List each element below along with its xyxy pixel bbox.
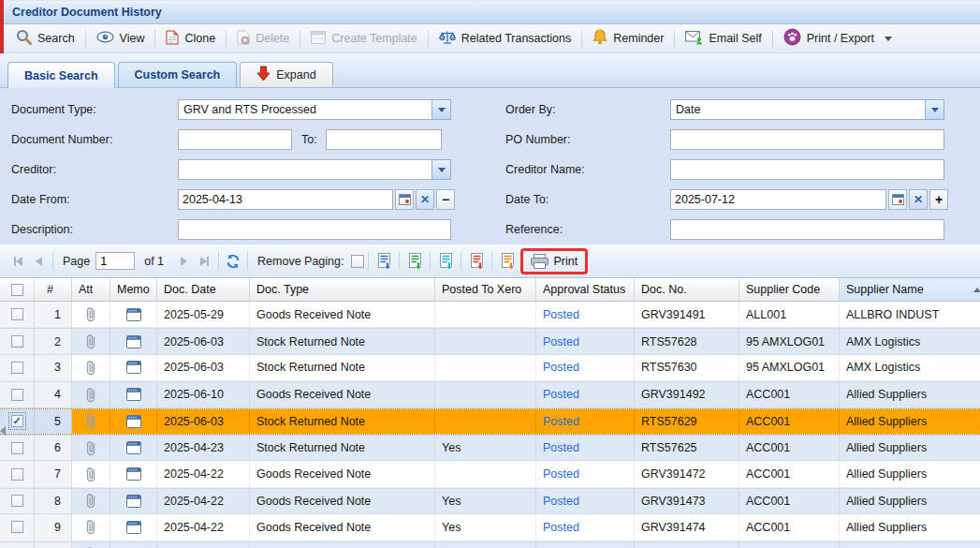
table-row[interactable]: 5 2025-06-03 Stock Returned Note Posted … — [0, 408, 980, 435]
column-header-doc-no[interactable]: Doc. No. — [635, 278, 739, 301]
date-to-clear-button[interactable]: ✕ — [909, 189, 928, 210]
select-all-checkbox[interactable] — [0, 278, 35, 301]
document-number-from-input[interactable] — [178, 129, 292, 150]
approval-status-link[interactable]: Posted — [543, 441, 579, 454]
reference-input[interactable] — [670, 219, 944, 240]
date-from-input[interactable]: 2025-04-13 — [178, 189, 393, 210]
memo-cell[interactable] — [110, 329, 157, 353]
related-transactions-button[interactable]: Related Transactions — [432, 27, 578, 51]
date-to-plus-button[interactable]: + — [929, 189, 948, 210]
attachment-cell[interactable] — [72, 382, 110, 407]
reminder-button[interactable]: Reminder — [586, 26, 670, 51]
column-header-supplier-code[interactable]: Supplier Code — [739, 278, 840, 301]
memo-cell[interactable] — [110, 461, 157, 486]
document-number-to-input[interactable] — [326, 129, 442, 150]
memo-cell[interactable] — [110, 514, 157, 540]
table-row[interactable] — [0, 541, 980, 548]
memo-cell[interactable] — [110, 382, 157, 407]
date-from-clear-button[interactable]: ✕ — [416, 189, 434, 210]
row-checkbox-cell[interactable] — [0, 302, 35, 327]
search-button[interactable]: Search — [9, 26, 81, 51]
print-button[interactable]: Print — [526, 252, 582, 271]
chevron-down-icon[interactable] — [925, 99, 944, 120]
date-from-minus-button[interactable]: − — [436, 189, 455, 210]
attachment-cell[interactable] — [72, 329, 110, 353]
row-checkbox[interactable] — [11, 362, 23, 374]
date-from-calendar-button[interactable] — [395, 189, 414, 210]
column-header-doc-type[interactable]: Doc. Type — [250, 278, 435, 301]
column-header-memo[interactable]: Memo — [110, 278, 157, 301]
page-number-input[interactable] — [95, 252, 135, 270]
date-to-calendar-button[interactable] — [888, 189, 907, 210]
column-header-approval-status[interactable]: Approval Status — [536, 278, 635, 301]
attachment-cell[interactable] — [72, 302, 110, 327]
row-checkbox-cell[interactable] — [0, 355, 35, 380]
tab-custom-search[interactable]: Custom Search — [118, 62, 238, 87]
row-checkbox[interactable] — [11, 468, 23, 481]
attachment-cell[interactable] — [72, 514, 110, 540]
prev-page-button[interactable] — [28, 251, 49, 272]
memo-cell[interactable] — [110, 489, 157, 513]
attachment-cell[interactable] — [72, 409, 110, 434]
approval-status-link[interactable]: Posted — [543, 521, 579, 534]
table-row[interactable]: 8 2025-04-22 Goods Received Note Yes Pos… — [0, 488, 980, 514]
approval-status-link[interactable]: Posted — [543, 415, 579, 428]
clone-button[interactable]: Clone — [159, 27, 222, 51]
table-row[interactable]: 3 2025-06-03 Stock Returned Note Posted … — [0, 355, 980, 381]
table-row[interactable]: 9 2025-04-22 Goods Received Note Yes Pos… — [0, 514, 980, 541]
row-checkbox[interactable] — [11, 389, 23, 401]
first-page-button[interactable] — [7, 251, 28, 272]
view-button[interactable]: View — [90, 28, 152, 49]
creditor-name-input[interactable] — [670, 159, 944, 180]
approval-status-link[interactable]: Posted — [543, 388, 579, 401]
table-row[interactable]: 7 2025-04-22 Goods Received Note Posted … — [0, 461, 980, 487]
row-checkbox[interactable] — [11, 442, 23, 454]
table-row[interactable]: 4 2025-06-10 Goods Received Note Posted … — [0, 381, 980, 407]
row-checkbox-cell[interactable] — [0, 461, 35, 486]
column-header-supplier-name[interactable]: Supplier Name — [840, 278, 980, 301]
document-type-select[interactable]: GRV and RTS Processed — [178, 99, 451, 120]
row-checkbox-cell[interactable] — [0, 436, 35, 460]
email-self-button[interactable]: Email Self — [679, 27, 768, 51]
approval-status-link[interactable]: Posted — [543, 308, 579, 321]
table-row[interactable]: 2 2025-06-03 Stock Returned Note Posted … — [0, 328, 980, 354]
table-row[interactable]: 6 2025-04-23 Stock Returned Note Yes Pos… — [0, 435, 980, 461]
delete-button[interactable]: Delete — [230, 27, 296, 51]
po-number-input[interactable] — [670, 129, 944, 150]
column-header-att[interactable]: Att — [72, 278, 110, 301]
export-doc-orange-icon[interactable] — [496, 250, 519, 273]
tab-basic-search[interactable]: Basic Search — [7, 62, 115, 88]
creditor-select[interactable] — [178, 159, 451, 180]
attachment-cell[interactable] — [72, 436, 110, 460]
row-checkbox[interactable] — [11, 415, 23, 427]
row-checkbox[interactable] — [11, 335, 23, 348]
remove-paging-checkbox[interactable] — [351, 255, 364, 268]
column-header-rownum[interactable]: # — [35, 278, 72, 301]
last-page-button[interactable] — [194, 251, 214, 272]
approval-status-link[interactable]: Posted — [543, 495, 579, 508]
row-checkbox-cell[interactable] — [0, 542, 35, 548]
table-row[interactable]: 1 2025-05-29 Goods Received Note Posted … — [0, 302, 980, 328]
row-checkbox-cell[interactable] — [0, 329, 35, 353]
print-export-button[interactable]: Print / Export — [777, 25, 899, 52]
attachment-cell[interactable] — [72, 542, 110, 548]
row-checkbox[interactable] — [11, 308, 23, 320]
memo-cell[interactable] — [110, 436, 157, 460]
memo-cell[interactable] — [110, 409, 157, 434]
column-header-posted-to-xero[interactable]: Posted To Xero — [435, 278, 536, 301]
export-doc-green-icon[interactable] — [403, 250, 426, 273]
approval-status-link[interactable]: Posted — [543, 361, 579, 374]
memo-cell[interactable] — [110, 542, 157, 548]
create-template-button[interactable]: Create Template — [304, 28, 424, 50]
row-checkbox-cell[interactable] — [0, 514, 35, 540]
export-doc-blue-icon[interactable] — [373, 250, 395, 273]
date-to-input[interactable]: 2025-07-12 — [670, 189, 886, 210]
description-input[interactable] — [178, 219, 451, 240]
row-checkbox[interactable] — [11, 521, 23, 533]
memo-cell[interactable] — [110, 302, 157, 327]
tab-expand[interactable]: Expand — [240, 62, 332, 87]
export-doc-red-icon[interactable] — [465, 250, 488, 273]
order-by-select[interactable]: Date — [670, 99, 944, 120]
row-checkbox[interactable] — [11, 495, 23, 507]
row-checkbox-cell[interactable] — [0, 382, 35, 407]
